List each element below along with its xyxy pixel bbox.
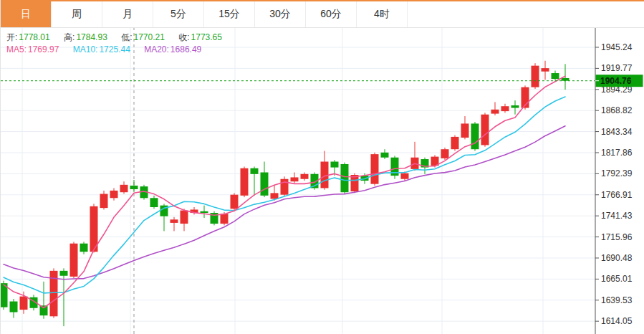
candle-body <box>110 191 118 198</box>
candle-body <box>231 195 239 209</box>
candle-body <box>371 154 379 184</box>
candle-body <box>562 78 569 81</box>
ma5-value: 1769.97 <box>28 44 59 54</box>
candle-body <box>281 179 289 195</box>
tab-timeframe-2[interactable]: 月 <box>102 1 153 27</box>
candle-body <box>401 173 409 179</box>
candle-body <box>532 66 539 87</box>
close-value: 1773.65 <box>191 32 222 42</box>
candle-body <box>481 115 489 145</box>
ma10-value: 1725.44 <box>99 44 130 54</box>
candle-body <box>40 305 48 315</box>
candle-body <box>441 149 449 158</box>
candle-body <box>251 168 259 174</box>
y-axis-tick-label: 1639.53 <box>601 295 633 305</box>
chart-widget: 1945.241919.771894.291868.821843.341817.… <box>0 0 644 334</box>
candle-body <box>552 73 559 79</box>
y-axis-tick-label: 1843.34 <box>601 127 633 137</box>
tab-timeframe-3[interactable]: 5分 <box>153 1 204 27</box>
high-label: 高: <box>64 32 75 42</box>
candle-body <box>341 164 349 192</box>
ohlc-info: 开:1778.01 高:1784.93 低:1770.21 收:1773.65 … <box>6 32 224 56</box>
candle-body <box>301 174 309 179</box>
candle-body <box>471 123 479 149</box>
low-value: 1770.21 <box>134 32 165 42</box>
candle-body <box>80 244 88 252</box>
y-axis-tick-label: 1690.48 <box>601 253 633 263</box>
candle-body <box>381 153 389 158</box>
ma20-line <box>4 126 565 280</box>
chart-area: 1945.241919.771894.291868.821843.341817.… <box>1 0 644 334</box>
candle-body <box>501 106 509 111</box>
ohlc-line: 开:1778.01 高:1784.93 低:1770.21 收:1773.65 <box>6 32 224 44</box>
candle-body <box>181 211 188 224</box>
tab-timeframe-4[interactable]: 15分 <box>204 1 255 27</box>
candle-body <box>271 193 279 199</box>
candle-body <box>10 302 18 312</box>
ma-line: MA5:1769.97 MA10:1725.44 MA20:1686.49 <box>6 44 224 56</box>
y-axis-tick-label: 1741.43 <box>601 211 633 221</box>
y-axis-tick-label: 1919.77 <box>601 63 633 73</box>
current-price-value: 1904.76 <box>600 76 632 86</box>
candle-body <box>20 297 28 310</box>
tab-timeframe-7[interactable]: 4时 <box>357 1 408 27</box>
candle-body <box>451 137 459 149</box>
ma5-label: MA5: <box>6 44 27 54</box>
tab-timeframe-0[interactable]: 日 <box>1 1 52 27</box>
timeframe-tabbar: 日周月5分15分30分60分4时 <box>1 1 644 28</box>
ma10-label: MA10: <box>73 44 98 54</box>
close-label: 收: <box>178 32 189 42</box>
candle-body <box>542 68 549 72</box>
ma20-label: MA20: <box>144 44 169 54</box>
candle-body <box>150 198 158 207</box>
candle-body <box>120 185 128 192</box>
y-axis-tick-label: 1817.86 <box>601 148 633 158</box>
tab-timeframe-6[interactable]: 60分 <box>306 1 357 27</box>
candle-body <box>331 162 339 168</box>
candle-body <box>60 271 68 276</box>
current-price-tag: 1904.76 <box>595 75 643 87</box>
candle-body <box>261 173 269 196</box>
y-axis-tick-label: 1715.96 <box>601 232 633 242</box>
ma20-value: 1686.49 <box>170 44 201 54</box>
candle-body <box>130 186 138 189</box>
candle-body <box>241 168 249 196</box>
y-axis-tick-label: 1792.39 <box>601 168 633 178</box>
candles <box>1 61 569 326</box>
y-axis-tick-label: 1766.91 <box>601 190 633 200</box>
y-axis-tick-label: 1665.01 <box>601 274 633 284</box>
candle-body <box>511 105 519 108</box>
candle-body <box>291 177 299 181</box>
candle-body <box>170 219 178 223</box>
candle-body <box>461 123 469 138</box>
low-label: 低: <box>121 32 132 42</box>
high-value: 1784.93 <box>76 32 107 42</box>
candle-body <box>70 244 78 277</box>
y-axis-tick-label: 1945.24 <box>601 42 633 52</box>
open-label: 开: <box>6 32 17 42</box>
candle-body <box>221 214 229 224</box>
candle-body <box>201 211 208 213</box>
open-value: 1778.01 <box>19 32 49 42</box>
candle-body <box>100 194 108 209</box>
y-axis-tick-label: 1868.82 <box>601 105 633 115</box>
y-axis-tick-label: 1614.05 <box>601 316 633 326</box>
candle-body <box>491 110 499 114</box>
tab-timeframe-5[interactable]: 30分 <box>255 1 306 27</box>
tab-timeframe-1[interactable]: 周 <box>52 1 102 27</box>
